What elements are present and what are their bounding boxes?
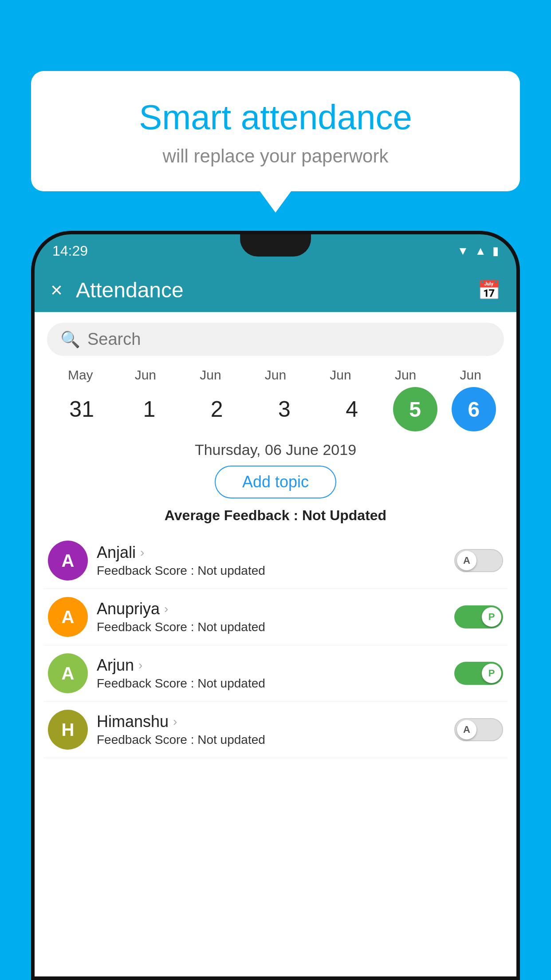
average-feedback: Average Feedback : Not Updated xyxy=(35,507,516,524)
cal-month-6[interactable]: Jun xyxy=(444,368,497,383)
cal-month-2[interactable]: Jun xyxy=(184,368,237,383)
calendar-dates: 31 1 2 3 4 5 6 xyxy=(43,383,508,439)
student-info-arjun: Arjun › Feedback Score : Not updated xyxy=(97,656,445,691)
speech-bubble-subtitle: will replace your paperwork xyxy=(58,146,493,167)
cal-month-4[interactable]: Jun xyxy=(314,368,367,383)
cal-month-3[interactable]: Jun xyxy=(249,368,302,383)
cal-month-1[interactable]: Jun xyxy=(119,368,172,383)
cal-date-1[interactable]: 1 xyxy=(122,396,176,422)
calendar-row: May Jun Jun Jun Jun Jun Jun 31 1 2 3 4 5… xyxy=(35,363,516,439)
toggle-knob-anjali: A xyxy=(457,551,476,570)
student-list: A Anjali › Feedback Score : Not updated … xyxy=(35,533,516,758)
cal-date-0[interactable]: 31 xyxy=(55,396,108,422)
search-bar[interactable]: 🔍 xyxy=(47,323,504,356)
student-feedback-anjali: Feedback Score : Not updated xyxy=(97,564,445,578)
calendar-icon[interactable]: 📅 xyxy=(477,279,500,301)
chevron-icon: › xyxy=(140,545,144,560)
status-time: 14:29 xyxy=(52,243,88,259)
signal-icon: ▲ xyxy=(475,244,486,258)
student-feedback-himanshu: Feedback Score : Not updated xyxy=(97,733,445,747)
student-item-himanshu[interactable]: H Himanshu › Feedback Score : Not update… xyxy=(43,702,508,758)
avg-feedback-label: Average Feedback : xyxy=(165,507,302,523)
battery-icon: ▮ xyxy=(492,244,499,258)
student-item-anjali[interactable]: A Anjali › Feedback Score : Not updated … xyxy=(43,533,508,589)
calendar-months: May Jun Jun Jun Jun Jun Jun xyxy=(43,368,508,383)
student-info-anupriya: Anupriya › Feedback Score : Not updated xyxy=(97,600,445,634)
search-icon: 🔍 xyxy=(60,330,80,349)
toggle-knob-arjun: P xyxy=(482,664,501,683)
phone-content: 🔍 May Jun Jun Jun Jun Jun Jun 31 1 2 3 4… xyxy=(35,312,516,976)
toggle-anjali[interactable]: A xyxy=(454,549,503,572)
toggle-knob-anupriya: P xyxy=(482,607,501,627)
status-icons: ▼ ▲ ▮ xyxy=(457,244,499,258)
cal-month-0[interactable]: May xyxy=(54,368,107,383)
toggle-anupriya[interactable]: P xyxy=(454,605,503,628)
avatar-anjali: A xyxy=(48,541,88,581)
student-name-anupriya: Anupriya › xyxy=(97,600,445,618)
cal-date-4[interactable]: 4 xyxy=(325,396,378,422)
student-info-himanshu: Himanshu › Feedback Score : Not updated xyxy=(97,712,445,747)
cal-date-today[interactable]: 5 xyxy=(393,387,437,431)
toggle-arjun[interactable]: P xyxy=(454,662,503,685)
avatar-arjun: A xyxy=(48,653,88,693)
toggle-himanshu[interactable]: A xyxy=(454,718,503,741)
cal-date-selected[interactable]: 6 xyxy=(452,387,496,431)
speech-bubble: Smart attendance will replace your paper… xyxy=(31,71,520,191)
student-name-himanshu: Himanshu › xyxy=(97,712,445,731)
cal-date-2[interactable]: 2 xyxy=(190,396,244,422)
avatar-himanshu: H xyxy=(48,710,88,750)
student-feedback-arjun: Feedback Score : Not updated xyxy=(97,676,445,691)
add-topic-button[interactable]: Add topic xyxy=(215,466,336,498)
chevron-icon: › xyxy=(164,602,168,616)
cal-month-5[interactable]: Jun xyxy=(379,368,432,383)
phone-notch xyxy=(240,234,311,257)
student-name-anjali: Anjali › xyxy=(97,543,445,562)
app-bar-title: Attendance xyxy=(76,278,464,302)
wifi-icon: ▼ xyxy=(457,244,469,258)
phone-frame: 14:29 ▼ ▲ ▮ × Attendance 📅 🔍 May Jun Jun… xyxy=(31,231,520,980)
avg-feedback-value: Not Updated xyxy=(302,507,386,523)
selected-date-label: Thursday, 06 June 2019 xyxy=(35,441,516,458)
student-item-anupriya[interactable]: A Anupriya › Feedback Score : Not update… xyxy=(43,589,508,645)
close-button[interactable]: × xyxy=(51,278,63,302)
student-feedback-anupriya: Feedback Score : Not updated xyxy=(97,620,445,634)
app-bar: × Attendance 📅 xyxy=(35,268,516,312)
student-name-arjun: Arjun › xyxy=(97,656,445,675)
chevron-icon: › xyxy=(173,715,177,729)
toggle-knob-himanshu: A xyxy=(457,720,476,739)
cal-date-3[interactable]: 3 xyxy=(258,396,311,422)
chevron-icon: › xyxy=(138,658,142,672)
student-info-anjali: Anjali › Feedback Score : Not updated xyxy=(97,543,445,578)
search-input[interactable] xyxy=(87,330,491,349)
student-item-arjun[interactable]: A Arjun › Feedback Score : Not updated P xyxy=(43,645,508,702)
avatar-anupriya: A xyxy=(48,597,88,637)
speech-bubble-title: Smart attendance xyxy=(58,98,493,138)
